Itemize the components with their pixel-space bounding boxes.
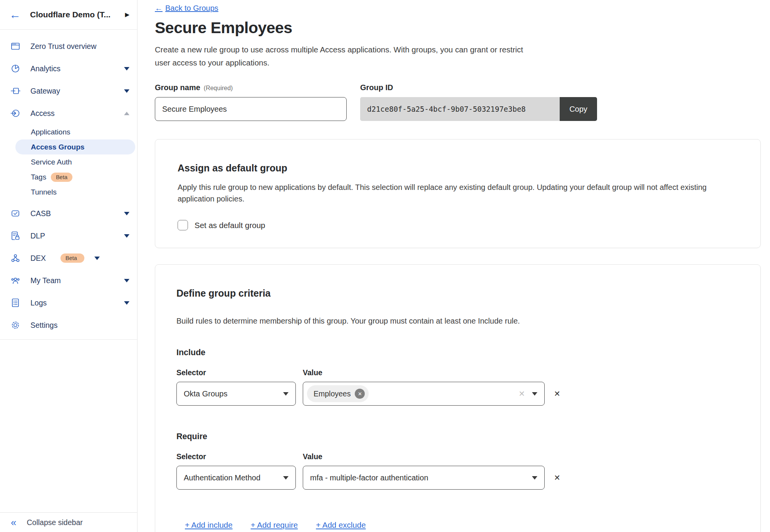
value-label: Value (303, 368, 322, 377)
chevron-down-icon (124, 67, 129, 70)
require-labels: Selector Value (176, 452, 739, 461)
sidebar-item-gateway[interactable]: Gateway (0, 80, 137, 102)
set-default-group-checkbox-row[interactable]: Set as default group (178, 220, 738, 230)
set-default-group-label: Set as default group (195, 221, 265, 230)
sidebar-item-access-groups[interactable]: Access Groups (15, 139, 135, 154)
clear-icon[interactable]: ✕ (518, 389, 525, 398)
criteria-card: Define group criteria Build rules to det… (155, 264, 761, 532)
chevron-down-icon (94, 257, 100, 260)
sidebar: ← Cloudflare Demo (T... ▶ Zero Trust ove… (0, 0, 138, 532)
sidebar-item-tunnels[interactable]: Tunnels (15, 185, 135, 200)
sidebar-item-analytics[interactable]: Analytics (0, 57, 137, 80)
copy-button[interactable]: Copy (560, 97, 597, 121)
pie-chart-icon (10, 64, 20, 74)
sidebar-item-settings[interactable]: Settings (0, 314, 137, 336)
sidebar-item-access[interactable]: Access (0, 102, 137, 124)
sidebar-nav-lower: CASB DLP DEX Beta (0, 202, 137, 336)
require-rule-row: Authentication Method mfa - multiple-fac… (176, 466, 739, 490)
access-icon (10, 108, 20, 118)
gear-icon (10, 320, 20, 330)
require-selector-dropdown[interactable]: Authentication Method (176, 466, 296, 490)
sidebar-item-my-team[interactable]: My Team (0, 269, 137, 292)
chevron-up-icon (124, 112, 129, 115)
sidebar-item-service-auth[interactable]: Service Auth (15, 154, 135, 170)
sidebar-item-logs[interactable]: Logs (0, 292, 137, 314)
chevron-down-icon (124, 301, 129, 305)
group-name-field: Group name(Required) (155, 83, 347, 121)
sidebar-item-label: Applications (31, 128, 135, 136)
remove-include-rule-icon[interactable]: ✕ (554, 389, 560, 398)
include-selector-value: Okta Groups (184, 389, 227, 398)
sidebar-divider (0, 339, 137, 340)
include-labels: Selector Value (176, 368, 739, 377)
group-id-value-wrap: d21ce80f-5a25-4bcf-9b07-5032197e3be8 Cop… (360, 97, 597, 121)
sidebar-item-tags[interactable]: Tags Beta (15, 170, 135, 185)
include-selector-dropdown[interactable]: Okta Groups (176, 382, 296, 406)
selector-label: Selector (176, 452, 296, 461)
chevron-down-icon (532, 476, 537, 480)
beta-badge: Beta (60, 253, 84, 263)
sidebar-item-casb[interactable]: CASB (0, 202, 137, 225)
chevron-down-icon (124, 212, 129, 215)
include-value-combobox[interactable]: Employees ✕ ✕ (303, 382, 545, 406)
back-to-groups-link[interactable]: ← Back to Groups (155, 4, 218, 13)
collapse-icon: « (11, 517, 16, 527)
require-value-dropdown[interactable]: mfa - multiple-factor authentication (303, 466, 545, 490)
chevron-down-icon (283, 392, 289, 396)
dex-icon (10, 253, 20, 263)
include-heading: Include (176, 348, 739, 357)
add-include-link[interactable]: + Add include (185, 520, 233, 530)
sidebar-item-label: Logs (30, 299, 114, 307)
default-group-card: Assign as default group Apply this rule … (155, 139, 761, 248)
back-arrow-icon[interactable]: ← (9, 9, 21, 20)
expand-account-icon[interactable]: ▶ (125, 11, 129, 18)
set-default-group-checkbox[interactable] (178, 220, 188, 230)
criteria-card-description: Build rules to determine membership of t… (176, 315, 739, 327)
require-heading: Require (176, 432, 739, 441)
sidebar-item-label: Access Groups (31, 143, 135, 151)
main-content: ← Back to Groups Secure Employees Create… (138, 0, 770, 532)
group-id-value: d21ce80f-5a25-4bcf-9b07-5032197e3be8 (360, 97, 560, 121)
sidebar-item-label: DLP (30, 232, 114, 240)
remove-require-rule-icon[interactable]: ✕ (554, 473, 560, 482)
window-icon (10, 41, 20, 51)
sidebar-item-applications[interactable]: Applications (15, 124, 135, 139)
sidebar-item-label: Service Auth (31, 158, 135, 166)
sidebar-item-label: DEX (30, 254, 46, 263)
sidebar-item-label: Analytics (30, 64, 114, 73)
sidebar-item-dex[interactable]: DEX Beta (0, 247, 137, 269)
sidebar-item-zero-trust-overview[interactable]: Zero Trust overview (0, 35, 137, 57)
collapse-sidebar-label: Collapse sidebar (27, 518, 82, 527)
people-icon (10, 275, 20, 285)
require-selector-value: Authentication Method (184, 473, 260, 482)
collapse-sidebar-button[interactable]: « Collapse sidebar (0, 512, 137, 532)
page-description: Create a new rule group to use across mu… (155, 43, 530, 69)
combo-controls: ✕ (518, 389, 537, 398)
add-require-link[interactable]: + Add require (251, 520, 298, 530)
sidebar-item-label: CASB (30, 209, 114, 218)
sidebar-item-dlp[interactable]: DLP (0, 225, 137, 247)
sidebar-item-label: Gateway (30, 87, 114, 96)
sidebar-item-label: Settings (30, 321, 129, 330)
group-id-field: Group ID d21ce80f-5a25-4bcf-9b07-5032197… (360, 83, 597, 121)
logs-icon (10, 298, 20, 308)
group-name-id-row: Group name(Required) Group ID d21ce80f-5… (155, 83, 770, 121)
sidebar-item-label: Zero Trust overview (30, 42, 129, 51)
sidebar-item-label: Access (30, 109, 114, 118)
selector-label: Selector (176, 368, 296, 377)
account-name[interactable]: Cloudflare Demo (T... (30, 10, 116, 19)
default-group-card-description: Apply this rule group to new application… (178, 181, 738, 205)
chevron-down-icon (124, 279, 129, 282)
include-rule-row: Okta Groups Employees ✕ ✕ ✕ (176, 382, 739, 406)
beta-badge: Beta (51, 173, 72, 182)
group-name-input[interactable] (155, 97, 347, 121)
value-chip-label: Employees (314, 389, 351, 398)
group-id-label: Group ID (360, 83, 393, 92)
chevron-down-icon (532, 392, 537, 396)
page-title: Secure Employees (155, 19, 770, 37)
add-exclude-link[interactable]: + Add exclude (316, 520, 366, 530)
chip-remove-icon[interactable]: ✕ (355, 389, 365, 399)
value-label: Value (303, 452, 322, 461)
group-name-label: Group name (155, 83, 200, 92)
add-rule-links: + Add include + Add require + Add exclud… (176, 520, 739, 530)
